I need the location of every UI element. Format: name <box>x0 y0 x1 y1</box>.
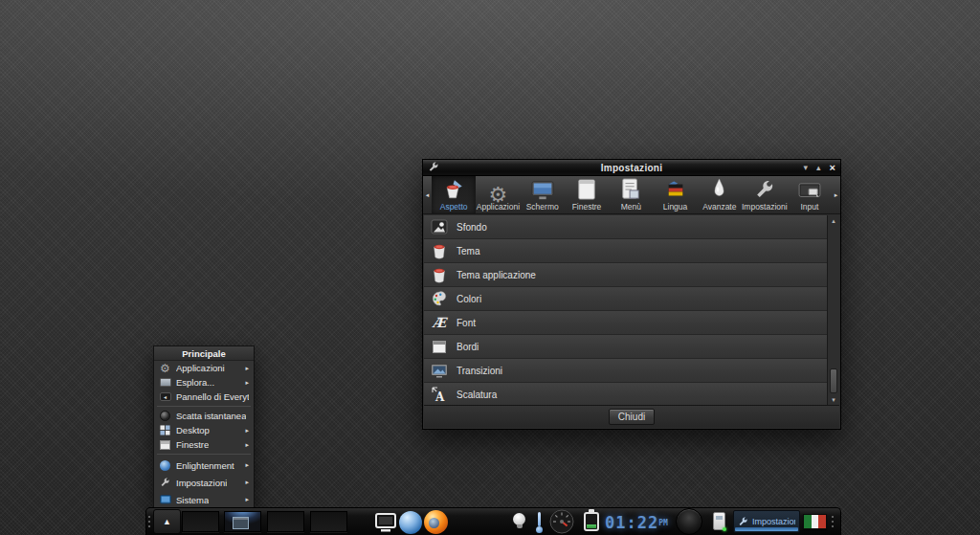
toolbar-scroll-left-icon[interactable]: ◂ <box>423 176 432 213</box>
scaling-icon: A <box>431 386 448 403</box>
menu-item-impostazioni[interactable]: Impostazioni ▸ <box>154 474 254 491</box>
menu-item-scatta-istantanea[interactable]: Scatta istantanea <box>154 409 254 423</box>
window-title: Impostazioni <box>423 163 840 173</box>
paint-can-icon <box>431 266 448 283</box>
settings-window-titlebar[interactable]: Impostazioni ▾ ▴ × <box>423 160 840 176</box>
tab-label: Finestre <box>572 202 602 212</box>
pager-desktop-1[interactable] <box>182 511 219 532</box>
window-raise-button[interactable]: ▴ <box>816 161 821 175</box>
settings-item-bordi[interactable]: Bordi <box>424 335 839 358</box>
volume-knob-icon[interactable] <box>676 508 702 535</box>
tab-label: Input <box>800 202 818 212</box>
menu-item-pannello-everything[interactable]: ◂ Pannello di Everything <box>154 390 254 404</box>
tab-input[interactable]: Input <box>788 176 832 213</box>
scroll-up-icon[interactable]: ▲ <box>828 215 839 226</box>
window-icon <box>576 178 597 201</box>
tab-label: Applicazioni <box>477 202 520 212</box>
submenu-arrow-icon: ▸ <box>245 496 249 503</box>
cpu-gauge-icon[interactable] <box>549 509 574 534</box>
clock-time: 01:22 <box>605 513 658 532</box>
tab-menu[interactable]: Menù <box>609 176 653 213</box>
settings-item-scalatura[interactable]: A Scalatura <box>424 383 839 405</box>
monitor-icon <box>531 178 554 201</box>
menu-separator <box>157 454 251 455</box>
menu-item-sistema[interactable]: Sistema ▸ <box>154 491 254 508</box>
tab-finestre[interactable]: Finestre <box>565 176 609 213</box>
scroll-down-icon[interactable]: ▼ <box>828 394 839 405</box>
screenshot-lens-icon <box>159 411 171 422</box>
shelf-autohide-button[interactable]: ▲ <box>153 509 181 534</box>
gear-icon: ⚙ <box>489 178 508 201</box>
tab-lingua[interactable]: Lingua <box>653 176 697 213</box>
scrollbar-thumb[interactable] <box>830 368 837 393</box>
settings-window: Impostazioni ▾ ▴ × ◂ Aspetto ⚙ Applicazi… <box>422 159 841 430</box>
desktop-grid-icon <box>159 425 171 436</box>
pager-window-preview[interactable] <box>233 517 249 529</box>
settings-item-transizioni[interactable]: Transizioni <box>424 359 839 382</box>
submenu-arrow-icon: ▸ <box>245 479 249 486</box>
language-flag-icon <box>664 178 687 201</box>
wrench-icon <box>738 517 748 527</box>
submenu-arrow-icon: ▸ <box>245 461 249 469</box>
menu-separator <box>157 406 251 407</box>
lightbulb-icon[interactable] <box>513 513 525 528</box>
tab-label: Impostazioni <box>742 202 788 212</box>
tab-label: Avanzate <box>702 202 736 212</box>
pager-desktop-4[interactable] <box>310 511 347 532</box>
shelf: ▲ 01:22PM <box>145 507 841 535</box>
submenu-arrow-icon: ▸ <box>245 379 249 387</box>
settings-item-tema-applicazione[interactable]: Tema applicazione <box>424 263 839 286</box>
settings-item-sfondo[interactable]: Sfondo <box>424 215 839 238</box>
window-icon <box>159 439 171 451</box>
chiudi-button[interactable]: Chiudi <box>609 409 655 425</box>
submenu-arrow-icon: ▸ <box>245 365 249 372</box>
shelf-handle-right[interactable] <box>832 516 835 529</box>
settings-item-font[interactable]: Æ Font <box>424 311 839 334</box>
pager-desktop-2-active[interactable] <box>224 511 261 532</box>
tab-aspetto[interactable]: Aspetto <box>432 176 476 213</box>
file-manager-icon <box>159 377 171 389</box>
submenu-arrow-icon: ▸ <box>245 441 249 449</box>
thermometer-icon[interactable] <box>535 511 544 533</box>
svg-text:A: A <box>434 390 445 403</box>
settings-bottom-bar: Chiudi <box>424 405 839 428</box>
menu-item-esplora[interactable]: Esplora... ▸ <box>154 375 254 390</box>
tab-label: Menù <box>621 202 641 212</box>
taskbar-button-impostazioni[interactable]: Impostazioni <box>733 510 800 533</box>
tab-schermo[interactable]: Schermo <box>521 176 565 213</box>
wallpaper-icon <box>431 218 448 235</box>
input-device-icon <box>798 178 821 201</box>
window-shade-button[interactable]: ▾ <box>804 161 809 175</box>
removable-drive-icon[interactable] <box>713 512 725 530</box>
window-close-button[interactable]: × <box>830 161 835 175</box>
menu-item-desktop[interactable]: Desktop ▸ <box>154 423 254 437</box>
computer-icon[interactable] <box>373 510 397 534</box>
firefox-icon[interactable] <box>424 510 448 534</box>
pager-desktop-3[interactable] <box>267 511 304 532</box>
wrench-icon <box>754 178 775 201</box>
tab-avanzate[interactable]: Avanzate <box>698 176 742 213</box>
droplet-icon <box>713 178 725 201</box>
clock[interactable]: 01:22PM <box>605 513 668 532</box>
menu-item-finestre[interactable]: Finestre ▸ <box>154 437 254 452</box>
mail-globe-icon[interactable] <box>399 511 422 534</box>
battery-icon[interactable] <box>584 512 599 531</box>
list-scrollbar[interactable]: ▲ ▼ <box>827 215 839 405</box>
tab-label: Schermo <box>526 202 559 212</box>
toolbar-scroll-right-icon[interactable]: ▸ <box>832 176 840 213</box>
border-frame-icon <box>431 338 448 355</box>
settings-item-tema[interactable]: Tema <box>424 239 839 262</box>
tab-impostazioni[interactable]: Impostazioni <box>742 176 788 213</box>
italian-flag-icon[interactable] <box>803 514 827 529</box>
paint-can-icon <box>431 242 448 259</box>
shelf-handle-left[interactable] <box>148 516 151 529</box>
tab-label: Aspetto <box>440 202 468 212</box>
wrench-icon <box>159 477 171 488</box>
settings-item-colori[interactable]: Colori <box>424 287 839 310</box>
gear-icon: ⚙ <box>159 363 171 374</box>
menu-item-enlightenment[interactable]: Enlightenment ▸ <box>154 457 254 474</box>
menu-item-applicazioni[interactable]: ⚙ Applicazioni ▸ <box>154 361 254 375</box>
tab-applicazioni[interactable]: ⚙ Applicazioni <box>476 176 520 213</box>
menu-title: Principale <box>154 346 254 361</box>
tab-label: Lingua <box>663 202 688 212</box>
